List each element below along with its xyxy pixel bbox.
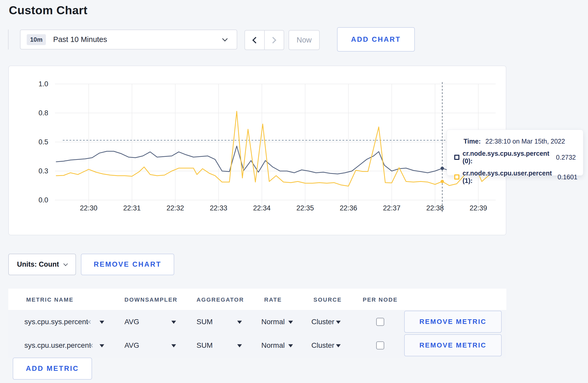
svg-text:22:34: 22:34: [253, 204, 271, 212]
svg-text:22:30: 22:30: [80, 204, 97, 212]
downsampler-select[interactable]: AVG: [124, 318, 139, 326]
chart-tooltip: Time: 22:38:10 on Mar 15th, 2022 cr.node…: [447, 130, 583, 176]
source-select[interactable]: Cluster: [311, 341, 334, 350]
caret-down-icon[interactable]: [237, 321, 242, 324]
svg-text:22:36: 22:36: [340, 204, 357, 212]
col-header-metric-name: METRIC NAME: [26, 296, 74, 303]
clear-metric-icon[interactable]: ×: [87, 318, 91, 326]
tooltip-series-sys-value: 0.2732: [556, 154, 576, 161]
chevron-left-icon: [252, 37, 259, 43]
rate-select[interactable]: Normal: [261, 341, 285, 350]
tooltip-time-label: Time:: [464, 138, 481, 145]
tooltip-time-value: 22:38:10 on Mar 15th, 2022: [485, 138, 565, 145]
units-label: Units: Count: [17, 260, 59, 268]
time-range-badge: 10m: [27, 34, 46, 45]
remove-metric-button[interactable]: REMOVE METRIC: [404, 334, 502, 356]
tooltip-series-sys-label: cr.node.sys.cpu.sys.percent (0):: [463, 150, 550, 165]
svg-text:22:39: 22:39: [470, 204, 487, 212]
metric-name-select[interactable]: sys.cpu.sys.percent: [24, 318, 88, 326]
custom-chart-plot[interactable]: 0.00.30.50.81.022:3022:3122:3222:3322:34…: [9, 66, 507, 236]
per-node-checkbox[interactable]: [376, 341, 384, 349]
svg-text:22:32: 22:32: [166, 204, 184, 212]
svg-text:22:31: 22:31: [123, 204, 141, 212]
metrics-table: METRIC NAME DOWNSAMPLER AGGREGATOR RATE …: [8, 289, 506, 358]
tooltip-series-user-label: cr.node.sys.cpu.user.percent (1):: [463, 169, 552, 185]
svg-text:22:35: 22:35: [296, 204, 314, 212]
svg-text:0.8: 0.8: [38, 109, 48, 117]
caret-down-icon[interactable]: [171, 321, 176, 324]
svg-text:0.3: 0.3: [38, 167, 48, 175]
clear-metric-icon[interactable]: ×: [89, 341, 93, 349]
chevron-down-icon: [222, 36, 228, 41]
time-nav-group: [244, 30, 284, 50]
now-button[interactable]: Now: [289, 30, 320, 50]
col-header-source: SOURCE: [313, 296, 342, 303]
chevron-down-icon: [64, 261, 68, 266]
remove-chart-button[interactable]: REMOVE CHART: [81, 254, 174, 275]
col-header-per-node: PER NODE: [363, 296, 398, 303]
caret-down-icon[interactable]: [237, 344, 242, 347]
tooltip-series-user-value: 0.1601: [558, 173, 577, 181]
caret-down-icon[interactable]: [100, 344, 104, 347]
chart-card: 0.00.30.50.81.022:3022:3122:3222:3322:34…: [8, 66, 506, 235]
time-range-label: Past 10 Minutes: [53, 35, 107, 44]
caret-down-icon[interactable]: [336, 344, 341, 347]
caret-down-icon[interactable]: [288, 321, 293, 324]
caret-down-icon[interactable]: [288, 344, 293, 347]
prev-time-button[interactable]: [245, 31, 264, 49]
remove-metric-button[interactable]: REMOVE METRIC: [404, 311, 502, 333]
svg-text:22:38: 22:38: [426, 204, 444, 212]
table-row: sys.cpu.user.percent × AVG SUM Normal Cl…: [8, 334, 506, 357]
time-range-dropdown[interactable]: 10m Past 10 Minutes: [20, 30, 237, 49]
metric-name-select[interactable]: sys.cpu.user.percent: [24, 341, 91, 350]
table-row: sys.cpu.sys.percent × AVG SUM Normal Clu…: [8, 310, 506, 334]
caret-down-icon[interactable]: [336, 321, 341, 324]
svg-text:1.0: 1.0: [38, 80, 48, 88]
page-title: Custom Chart: [9, 4, 88, 17]
col-header-aggregator: AGGREGATOR: [197, 296, 244, 303]
add-chart-button[interactable]: ADD CHART: [337, 27, 415, 52]
chevron-right-icon: [270, 37, 276, 43]
source-select[interactable]: Cluster: [311, 318, 334, 326]
caret-down-icon[interactable]: [171, 344, 176, 347]
units-dropdown[interactable]: Units: Count: [8, 254, 76, 275]
col-header-downsampler: DOWNSAMPLER: [124, 296, 178, 303]
series-swatch-user-icon: [454, 174, 459, 180]
caret-down-icon[interactable]: [100, 321, 104, 324]
svg-text:0.0: 0.0: [38, 196, 48, 204]
col-header-rate: RATE: [264, 296, 282, 303]
series-swatch-sys-icon: [454, 155, 459, 160]
aggregator-select[interactable]: SUM: [197, 318, 213, 326]
downsampler-select[interactable]: AVG: [124, 341, 139, 350]
next-time-button[interactable]: [264, 31, 284, 49]
svg-text:0.5: 0.5: [38, 138, 48, 146]
per-node-checkbox[interactable]: [376, 318, 384, 326]
toolbar-divider: [8, 30, 9, 49]
svg-text:22:33: 22:33: [210, 204, 227, 212]
rate-select[interactable]: Normal: [261, 318, 285, 326]
add-metric-button[interactable]: ADD METRIC: [13, 358, 92, 380]
aggregator-select[interactable]: SUM: [197, 341, 213, 350]
svg-text:22:37: 22:37: [383, 204, 401, 212]
